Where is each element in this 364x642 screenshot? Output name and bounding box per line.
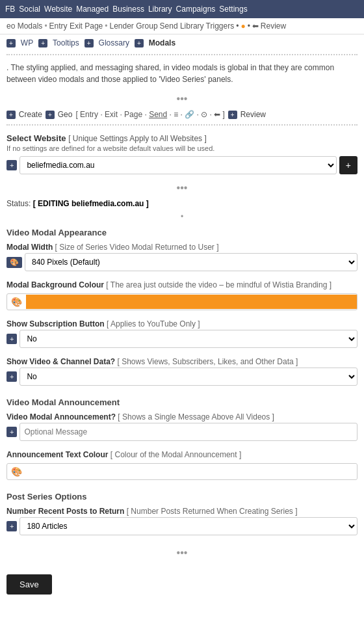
announcement-colour-bracket: [ Colour of the Modal Announcement ]	[110, 450, 241, 459]
number-recent-bracket: [ Number Posts Returned When Creating Se…	[127, 507, 298, 516]
nav-website[interactable]: Website	[44, 5, 72, 14]
announcement-q-label: Video Modal Announcement? [ Shows a Sing…	[0, 408, 364, 423]
modal-width-bracket: [ Size of Series Video Modal Returned to…	[55, 243, 219, 252]
toolbar-review[interactable]: Review	[240, 110, 266, 119]
breadcrumb-sep3: •	[248, 21, 250, 31]
appearance-heading: Video Modal Appearance	[0, 222, 364, 239]
sub-nav: + WP + Tooltips + Glossary + Modals	[0, 34, 364, 51]
website-plus-icon[interactable]: +	[6, 160, 17, 170]
subnav-tooltips[interactable]: Tooltips	[53, 38, 79, 47]
save-section: Save	[0, 561, 364, 601]
wp-plus-icon[interactable]: +	[6, 39, 16, 47]
modal-bg-colour-swatch[interactable]: 🎨	[7, 294, 26, 310]
website-select[interactable]: beliefmedia.com.au	[20, 156, 336, 174]
announcement-colour-label: Announcement Text Colour [ Colour of the…	[0, 446, 364, 461]
announcement-plus-icon[interactable]: +	[6, 427, 17, 437]
dots3: •••	[0, 544, 364, 561]
nav-managed[interactable]: Managed	[76, 5, 109, 14]
breadcrumb-modals[interactable]: eo Modals	[6, 21, 42, 31]
modal-width-select[interactable]: 840 Pixels (Default) 960 Pixels 1080 Pix…	[25, 253, 358, 271]
status-bar: Status: [ EDITING beliefmedia.com.au ]	[0, 196, 364, 211]
announcement-colour-row: 🎨 FFFFFF	[6, 463, 358, 480]
show-subscription-label: Show Subscription Button [ Applies to Yo…	[0, 315, 364, 330]
geo-plus-icon[interactable]: +	[46, 111, 55, 119]
create-plus-icon[interactable]: +	[6, 111, 16, 119]
breadcrumb-icon1: •	[236, 21, 239, 31]
announcement-heading: Video Modal Announcement	[0, 392, 364, 408]
number-recent-row: + 180 Articles 90 Articles 60 Articles 3…	[6, 517, 358, 535]
breadcrumb-sep2: •	[105, 21, 107, 31]
nav-settings[interactable]: Settings	[219, 5, 247, 14]
nav-social[interactable]: Social	[19, 5, 40, 14]
nav-library[interactable]: Library	[148, 5, 172, 14]
show-subscription-row: + No Yes	[6, 330, 358, 348]
website-add-button[interactable]: +	[339, 156, 358, 174]
breadcrumb-lender-group[interactable]: Lender Group	[110, 21, 158, 31]
status-prefix: Status:	[6, 199, 31, 208]
modal-bg-colour-input[interactable]: F7941D	[26, 295, 357, 309]
modal-width-label: Modal Width [ Size of Series Video Modal…	[0, 239, 364, 253]
modal-width-plus-icon[interactable]: 🎨	[6, 257, 22, 268]
breadcrumb-sep1: •	[44, 21, 47, 31]
number-recent-select[interactable]: 180 Articles 90 Articles 60 Articles 30 …	[20, 517, 358, 535]
announcement-q-bracket: [ Shows a Single Message Above All Video…	[118, 412, 274, 421]
breadcrumb-review[interactable]: Review	[261, 21, 286, 31]
post-series-heading: Post Series Options	[0, 487, 364, 503]
dot-small: •	[0, 211, 364, 222]
toolbar-create[interactable]: Create	[19, 110, 42, 119]
breadcrumb-triggers[interactable]: Triggers	[206, 21, 235, 31]
show-subscription-bracket: [ Applies to YouTube Only ]	[107, 319, 200, 328]
nav-business[interactable]: Business	[112, 5, 144, 14]
modal-bg-colour-bracket: [ The area just outside the video – be m…	[106, 280, 332, 289]
modal-width-row: 🎨 840 Pixels (Default) 960 Pixels 1080 P…	[6, 253, 358, 271]
breadcrumb: eo Modals • Entry Exit Page • Lender Gro…	[0, 18, 364, 34]
announcement-colour-input[interactable]: FFFFFF	[26, 464, 357, 479]
top-nav: FB Social Website Managed Business Libra…	[0, 0, 364, 18]
toolbar: + Create + Geo [ Entry · Exit · Page · S…	[0, 107, 364, 122]
show-video-channel-select[interactable]: No Yes	[20, 368, 358, 386]
glossary-plus-icon[interactable]: +	[84, 39, 94, 47]
announcement-q-row: +	[6, 423, 358, 441]
breadcrumb-entry-exit[interactable]: Entry Exit Page	[49, 21, 103, 31]
subnav-glossary[interactable]: Glossary	[99, 38, 129, 47]
breadcrumb-send-library[interactable]: Send Library	[160, 21, 204, 31]
subnav-wp[interactable]: WP	[21, 38, 33, 47]
number-recent-label: Number Recent Posts to Return [ Number P…	[0, 503, 364, 517]
toolbar-geo[interactable]: Geo	[58, 110, 73, 119]
select-website-section: Select Website [ Unique Settings Apply t…	[0, 128, 364, 180]
show-subscription-select[interactable]: No Yes	[20, 330, 358, 348]
number-recent-plus-icon[interactable]: +	[6, 521, 17, 531]
modal-bg-colour-row: 🎨 F7941D	[6, 293, 358, 310]
modal-bg-colour-label: Modal Background Colour [ The area just …	[0, 276, 364, 291]
status-value: [ EDITING beliefmedia.com.au ]	[33, 199, 149, 208]
divider1	[6, 54, 358, 55]
tooltips-plus-icon[interactable]: +	[38, 39, 47, 47]
select-website-label: Select Website [ Unique Settings Apply t…	[6, 133, 358, 143]
select-website-sublabel: If no settings are defined for a website…	[6, 144, 358, 152]
show-video-channel-plus-icon[interactable]: +	[6, 371, 17, 382]
show-video-channel-label: Show Video & Channel Data? [ Shows Views…	[0, 353, 364, 368]
breadcrumb-arrow-icon: ⬅	[252, 21, 259, 31]
modals-plus-icon[interactable]: +	[135, 39, 144, 47]
description-text: . The styling applied, and messaging sha…	[0, 58, 364, 90]
show-subscription-plus-icon[interactable]: +	[6, 334, 17, 344]
announcement-input[interactable]	[20, 423, 358, 441]
divider2	[6, 124, 358, 126]
toolbar-bracket-links: [ Entry · Exit · Page · Send · ≡ · 🔗 · ⊙…	[75, 110, 224, 119]
select-website-bracket: [ Unique Settings Apply to All Websites …	[68, 134, 207, 143]
show-video-channel-bracket: [ Shows Views, Subscribers, Likes, and O…	[117, 357, 298, 366]
review-plus-icon[interactable]: +	[228, 111, 237, 119]
subnav-modals[interactable]: Modals	[149, 38, 176, 47]
show-video-channel-row: + No Yes	[6, 368, 358, 386]
website-dropdown-row: + beliefmedia.com.au +	[6, 156, 358, 174]
save-button[interactable]: Save	[6, 574, 52, 595]
announcement-colour-swatch[interactable]: 🎨	[7, 464, 26, 479]
nav-campaigns[interactable]: Campaigns	[176, 5, 216, 14]
nav-fb[interactable]: FB	[5, 5, 15, 14]
dots1: •••	[0, 90, 364, 107]
dots2: •••	[0, 180, 364, 196]
breadcrumb-circle-icon: ●	[240, 21, 245, 31]
